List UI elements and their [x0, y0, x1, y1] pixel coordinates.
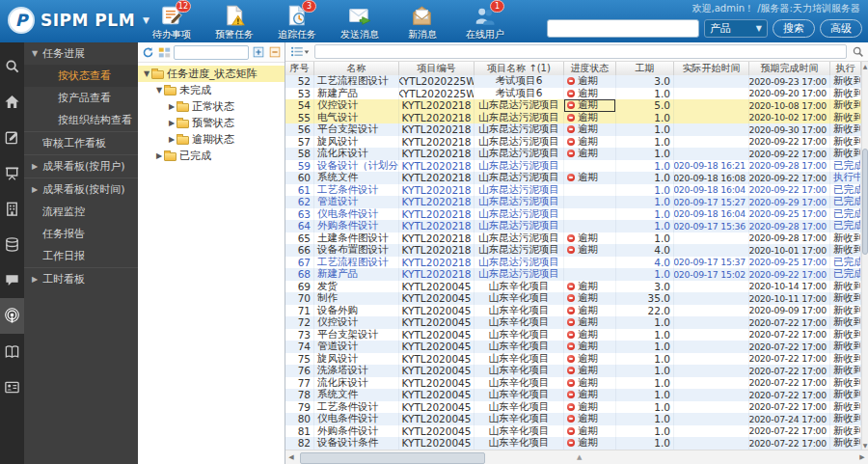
chevron-right-icon[interactable]: ▶: [154, 151, 164, 160]
table-cell[interactable]: 新收到: [830, 75, 861, 88]
table-cell[interactable]: KYTL2020225W: [399, 88, 475, 100]
table-cell[interactable]: 旋风设计: [314, 353, 399, 366]
nav-todo-button[interactable]: 12待办事项: [147, 4, 197, 41]
table-cell[interactable]: 新收到: [830, 413, 861, 425]
table-cell[interactable]: 山东昆达污泥项目: [475, 148, 564, 160]
table-cell[interactable]: 2020-07-22 17:00: [749, 341, 830, 353]
table-cell[interactable]: 系统文件: [314, 389, 399, 401]
table-cell[interactable]: 考试项目6: [475, 88, 564, 100]
table-row[interactable]: 64外购条件设计KYTL2020218山东昆达污泥项目1.02020-09-17…: [285, 220, 861, 232]
table-cell[interactable]: [674, 136, 749, 149]
table-cell[interactable]: 新建产品: [314, 88, 399, 100]
sidebar-item[interactable]: ▶成果看板(按时间): [24, 177, 138, 201]
table-cell[interactable]: 52: [285, 75, 314, 88]
table-cell[interactable]: 山东昆达污泥项目: [475, 136, 564, 149]
table-cell[interactable]: 57: [285, 136, 314, 149]
table-cell[interactable]: KYTL2020045: [399, 401, 475, 414]
magnifier-icon[interactable]: [851, 45, 864, 59]
table-cell[interactable]: 1.0: [616, 268, 674, 281]
table-row[interactable]: 52工艺流程图设计KYTL2020225W考试项目6逾期3.02020-09-2…: [285, 75, 861, 88]
table-cell[interactable]: KYTL2020218: [399, 268, 475, 281]
nav-new-message-button[interactable]: 新消息: [397, 4, 448, 41]
table-cell[interactable]: 山东昆达污泥项目: [475, 112, 564, 124]
table-row[interactable]: 77流化床设计KYTL2020045山东辛化项目逾期1.02020-07-22 …: [285, 377, 861, 390]
table-cell[interactable]: 74: [285, 341, 314, 353]
table-cell[interactable]: 1.0: [616, 220, 674, 232]
table-cell[interactable]: KYTL2020218: [399, 232, 475, 245]
sidebar-item[interactable]: ▼任务进展: [24, 42, 138, 65]
table-row[interactable]: 67工艺流程图设计KYTL2020218山东昆达污泥项目4.02020-09-1…: [285, 257, 861, 269]
table-cell[interactable]: 逾期: [564, 232, 616, 245]
table-cell[interactable]: 新收到: [830, 244, 861, 257]
table-cell[interactable]: 75: [285, 353, 314, 366]
panel-collapse-icon[interactable]: ▲: [577, 453, 582, 461]
table-cell[interactable]: 新收到: [830, 353, 861, 366]
sidebar-item[interactable]: 按组织结构查看: [24, 109, 138, 131]
table-cell[interactable]: 76: [285, 365, 314, 377]
table-cell[interactable]: 平台支架设计: [314, 123, 399, 136]
table-cell[interactable]: 仪控设计: [314, 99, 399, 112]
table-cell[interactable]: 逾期: [564, 377, 616, 390]
table-cell[interactable]: 2020-09-28 17:00: [749, 220, 830, 232]
table-cell[interactable]: [674, 99, 749, 112]
table-row[interactable]: 62管道设计KYTL2020218山东昆达污泥项目1.02020-09-17 1…: [285, 196, 861, 208]
table-cell[interactable]: 2020-09-20 17:00: [749, 88, 830, 100]
chevron-right-icon[interactable]: ▶: [167, 119, 176, 127]
table-cell[interactable]: KYTL2020218: [399, 99, 475, 112]
table-cell[interactable]: 系统文件: [314, 172, 399, 184]
table-cell[interactable]: 72: [285, 316, 314, 329]
table-cell[interactable]: [674, 329, 749, 341]
table-row[interactable]: 54仪控设计KYTL2020218山东昆达污泥项目逾期5.02020-10-08…: [285, 99, 861, 112]
table-cell[interactable]: 新收到: [830, 123, 861, 136]
table-cell[interactable]: 2020-10-01 17:00: [749, 244, 830, 257]
table-cell[interactable]: 61: [285, 184, 314, 197]
table-cell[interactable]: 逾期: [564, 136, 616, 149]
table-cell[interactable]: 山东辛化项目: [475, 329, 564, 341]
horizontal-scrollbar[interactable]: ◀ ▲ ▶: [285, 450, 868, 464]
table-cell[interactable]: KYTL2020045: [399, 437, 475, 450]
table-cell[interactable]: 65: [285, 232, 314, 245]
tree-node[interactable]: ▼未完成: [138, 82, 285, 98]
table-cell[interactable]: 1.0: [616, 232, 674, 245]
table-cell[interactable]: 逾期: [564, 365, 616, 377]
table-cell[interactable]: 1.0: [616, 88, 674, 100]
table-cell[interactable]: 山东辛化项目: [475, 353, 564, 366]
table-cell[interactable]: 1.0: [616, 123, 674, 136]
table-row[interactable]: 78系统文件KYTL2020045山东辛化项目逾期1.02020-07-22 1…: [285, 389, 861, 401]
table-cell[interactable]: 56: [285, 123, 314, 136]
table-filter-input[interactable]: [314, 44, 847, 59]
table-cell[interactable]: 新收到: [830, 292, 861, 305]
table-cell[interactable]: 山东昆达污泥项目: [475, 160, 564, 173]
table-cell[interactable]: 2020-09-22 17:00: [749, 148, 830, 160]
table-cell[interactable]: 逾期: [564, 401, 616, 414]
table-cell[interactable]: 2020-07-22 17:00: [749, 401, 830, 414]
nav-send-message-button[interactable]: 发送消息: [335, 4, 385, 41]
table-cell[interactable]: 流化床设计: [314, 377, 399, 390]
table-cell[interactable]: 2020-10-08 17:00: [749, 99, 830, 112]
table-cell[interactable]: 山东辛化项目: [475, 425, 564, 438]
app-logo[interactable]: P SIPM PLM ▼: [8, 7, 149, 34]
table-cell[interactable]: 2020-09-09 17:00: [749, 305, 830, 317]
sidebar-item[interactable]: 工作日报: [24, 245, 138, 267]
table-cell[interactable]: 设备设计条件: [314, 437, 399, 450]
tree-node[interactable]: ▼任务进度_状态矩阵: [138, 66, 285, 82]
table-row[interactable]: 73平台支架设计KYTL2020045山东辛化项目逾期1.02020-07-22…: [285, 329, 861, 341]
table-cell[interactable]: 逾期: [564, 123, 616, 136]
table-cell[interactable]: KYTL2020045: [399, 365, 475, 377]
table-cell[interactable]: 73: [285, 329, 314, 341]
table-cell[interactable]: 洗涤塔设计: [314, 365, 399, 377]
table-cell[interactable]: 已完成: [830, 184, 861, 197]
table-cell[interactable]: 电气设计: [314, 112, 399, 124]
table-row[interactable]: 55电气设计KYTL2020218山东昆达污泥项目逾期1.02020-10-02…: [285, 112, 861, 124]
table-cell[interactable]: 已完成: [830, 160, 861, 173]
table-cell[interactable]: 已完成: [830, 208, 861, 221]
table-cell[interactable]: 山东辛化项目: [475, 281, 564, 293]
table-cell[interactable]: 2020-09-25 17:00: [749, 257, 830, 269]
table-cell[interactable]: 山东昆达污泥项目: [475, 184, 564, 197]
table-cell[interactable]: KYTL2020045: [399, 292, 475, 305]
search-category-select[interactable]: 产品 ▼: [704, 19, 768, 38]
table-cell[interactable]: 山东昆达污泥项目: [475, 99, 564, 112]
scroll-up-icon[interactable]: ▲: [862, 62, 868, 70]
table-cell[interactable]: [564, 184, 616, 197]
strip-database-icon[interactable]: [0, 227, 24, 262]
